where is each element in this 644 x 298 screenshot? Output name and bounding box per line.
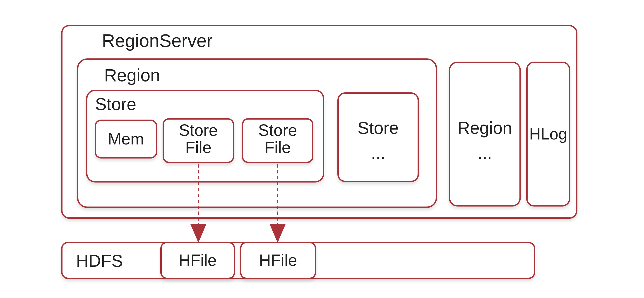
diagram-stage: RegionServer Region Store Mem Store File…: [0, 0, 644, 298]
storefile2-label: Store File: [242, 122, 314, 156]
hfile2-label: HFile: [240, 252, 316, 269]
mem-label: Mem: [95, 130, 157, 148]
hfile1-label: HFile: [160, 252, 235, 269]
storefile1-label: Store File: [162, 122, 234, 156]
region-more-label: Region ...: [449, 116, 521, 165]
region-title: Region: [104, 66, 160, 85]
hlog-label: HLog: [526, 126, 570, 143]
hdfs-title: HDFS: [76, 252, 123, 270]
regionserver-title: RegionServer: [102, 31, 213, 50]
store-title: Store: [95, 95, 136, 113]
store-more-label: Store ...: [338, 116, 419, 165]
